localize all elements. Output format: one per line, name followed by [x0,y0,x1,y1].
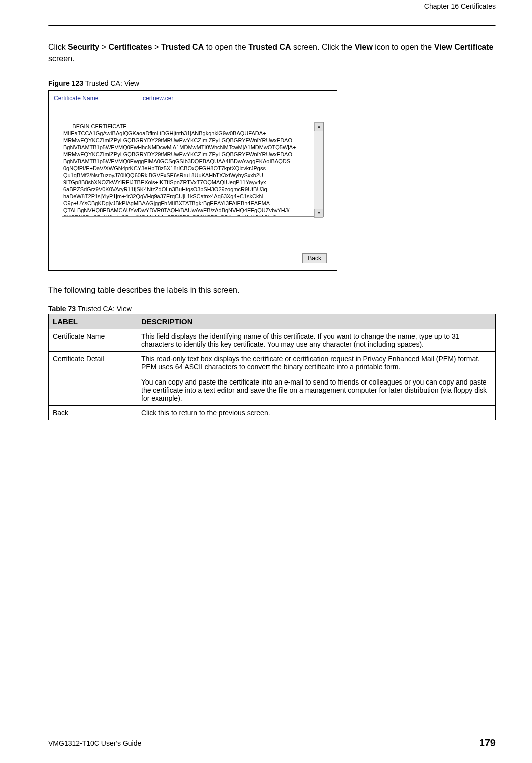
table-caption: Table 73 Trusted CA: View [48,305,496,313]
figure-top-row: Certificate Name certnew.cer [49,91,337,122]
intro-mid1: to open the [204,43,248,51]
intro-mid3: icon to open the [373,43,434,51]
intro-bold-trustedca1: Trusted CA [161,43,204,51]
intro-text: Click [48,43,68,51]
table-row: Certificate Name This field displays the… [49,329,496,352]
intro-suffix: screen. [48,54,74,63]
table-label: Table 73 [48,305,76,313]
intro-sep2: > [152,43,161,51]
footer-guide: VMG1312-T10C User's Guide [48,739,141,747]
page-footer: VMG1312-T10C User's Guide 179 [48,733,496,749]
figure-bottom-row: Back [49,253,337,270]
page: Chapter 16 Certificates Click Security >… [0,0,532,763]
table-title: Trusted CA: View [76,305,132,313]
intro-bold-view: View [355,43,373,51]
intro-bold-trustedca2: Trusted CA [248,43,291,51]
row-label: Back [49,406,137,420]
scrollbar[interactable]: ▴ ▾ [314,122,323,218]
figure-title: Trusted CA: View [83,79,139,87]
page-number: 179 [479,737,496,749]
certificate-name-value: certnew.cer [143,95,173,102]
certificate-detail-wrap: -----BEGIN CERTIFICATE----- MIIEaTCCA1Gg… [62,122,324,218]
figure-trusted-ca-view: Certificate Name certnew.cer -----BEGIN … [48,90,337,271]
intro-mid2: screen. Click the [291,43,355,51]
intro-sep1: > [99,43,108,51]
intro-paragraph: Click Security > Certificates > Trusted … [48,41,496,64]
table-head-label: LABEL [49,314,137,329]
figure-spacer [49,218,337,253]
description-table: LABEL DESCRIPTION Certificate Name This … [48,314,496,420]
table-row: Certificate Detail This read-only text b… [49,352,496,406]
figure-label: Figure 123 [48,79,83,87]
certificate-detail-textarea[interactable]: -----BEGIN CERTIFICATE----- MIIEaTCCA1Gg… [62,122,324,217]
header-rule [48,25,496,26]
scroll-down-icon[interactable]: ▾ [314,209,323,218]
row-desc-p1: Click this to return to the previous scr… [141,409,491,417]
back-button[interactable]: Back [302,253,327,263]
row-description: This read-only text box displays the cer… [137,352,496,406]
intro-bold-viewcert: View Certificate [434,43,494,51]
after-figure-text: The following table describes the labels… [48,286,496,295]
figure-caption: Figure 123 Trusted CA: View [48,79,496,87]
scroll-up-icon[interactable]: ▴ [314,122,323,131]
row-desc-p1: This field displays the identifying name… [141,332,491,348]
certificate-name-label: Certificate Name [54,95,143,102]
row-label: Certificate Detail [49,352,137,406]
table-head-row: LABEL DESCRIPTION [49,314,496,329]
table-row: Back Click this to return to the previou… [49,406,496,420]
row-label: Certificate Name [49,329,137,352]
row-description: Click this to return to the previous scr… [137,406,496,420]
table-head-description: DESCRIPTION [137,314,496,329]
row-desc-p1: This read-only text box displays the cer… [141,355,491,371]
intro-bold-security: Security [68,43,99,51]
row-desc-p2: You can copy and paste the certificate i… [141,378,491,402]
chapter-title: Chapter 16 Certificates [48,2,496,10]
intro-bold-certificates: Certificates [108,43,152,51]
row-description: This field displays the identifying name… [137,329,496,352]
